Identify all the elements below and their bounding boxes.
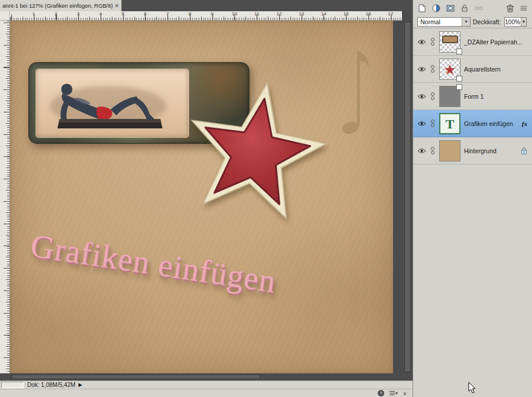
ruler-number: 16 [366,11,371,17]
visibility-eye-icon[interactable] [417,148,426,154]
opacity-value: 100% [505,19,521,25]
visibility-eye-icon[interactable] [417,121,426,127]
ruler-gap [402,11,413,21]
ruler-number: 10 [232,11,237,17]
bottom-bar: ? ▾ ∨ [0,389,413,397]
mouse-cursor [468,382,476,394]
layer-row-dzalter-papierrahmen[interactable]: _DZAlter Papierrah... [413,28,532,56]
ruler-number: 17 [388,11,394,17]
vertical-scrollbar[interactable] [404,22,411,372]
sculpture-photo [36,69,189,137]
document-area: annt-1 bei 127% (Grafiken einfügen, RGB/… [0,0,413,397]
thumbnail-badge-icon [456,49,462,54]
link-icon[interactable] [430,147,436,154]
layers-panel-toolbar [413,0,532,16]
tab-bar: annt-1 bei 127% (Grafiken einfügen, RGB/… [0,0,413,11]
ruler-number: 11 [254,11,259,17]
background-lock-icon [520,147,528,155]
layer-row-grafiken-einfuegen[interactable]: T Grafiken einfügen fx [413,110,532,137]
layer-row-aquarellstern[interactable]: ★ Aquarellstern [413,56,532,83]
link-layers-icon[interactable] [474,4,484,13]
ruler-corner [0,11,10,21]
horizontal-scrollbar[interactable] [0,373,413,380]
ruler-number: 1 [33,11,35,17]
horizontal-ruler: 1234567891011121314151617 [10,11,402,21]
layer-thumbnail[interactable] [439,86,460,107]
layer-thumbnail[interactable] [439,31,460,53]
application-window: annt-1 bei 127% (Grafiken einfügen, RGB/… [0,0,532,397]
canvas[interactable]: Grafiken einfügen [10,21,393,373]
ruler-number: 9 [211,11,213,17]
collapse-chevron-icon[interactable]: ∨ [403,390,407,396]
ruler-major-ticks [4,21,9,373]
panel-options-icon[interactable] [520,4,528,12]
document-view: Grafiken einfügen [0,21,413,373]
layer-thumbnail[interactable]: ★ [439,59,460,80]
ruler-number: 5 [122,11,124,17]
blend-mode-value: Normal [418,18,462,25]
layer-name: Aquarellstern [464,66,528,73]
vertical-ruler [0,21,10,373]
text-layer-thumb-glyph: T [440,117,459,132]
ruler-number: 12 [277,11,282,17]
visibility-eye-icon[interactable] [417,39,426,45]
horizontal-scrollbar-thumb[interactable] [12,375,260,379]
blend-mode-select[interactable]: Normal ▾ [417,17,471,27]
tab-close-icon[interactable]: × [115,2,119,9]
layer-thumbnail[interactable] [439,140,460,162]
taskbar-menu-icon[interactable]: ▾ [390,391,398,396]
music-note-graphic [341,33,374,138]
thumbnail-badge-icon [456,84,462,90]
link-icon[interactable] [430,120,436,127]
layer-name: Hintergrund [464,147,517,154]
document-size-info: Dok: 1,08M/5,42M [27,382,76,388]
opacity-label: Deckkraft: [473,18,501,25]
link-icon[interactable] [430,92,436,100]
lock-icon[interactable] [460,4,469,13]
layers-panel-controls: Normal ▾ Deckkraft: 100% ▾ [413,16,532,28]
layer-thumbnail[interactable]: T [439,113,460,134]
thumbnail-badge-icon [456,76,462,82]
zoom-field[interactable] [1,382,24,388]
canvas-headline-text: Grafiken einfügen [28,227,278,300]
layer-row-form-1[interactable]: Form 1 [413,83,532,110]
opacity-field[interactable]: 100% ▾ [504,17,527,27]
paper-frame-thumb-graphic [442,35,458,43]
ruler-number: 14 [321,11,326,17]
layer-name: Grafiken einfügen [464,120,518,127]
status-bar: Dok: 1,08M/5,42M ▶ [0,380,413,389]
ruler-number: 8 [189,11,191,17]
star-graphic [180,79,329,228]
link-icon[interactable] [430,65,436,73]
layer-name: Form 1 [464,93,528,100]
layers-panel: Normal ▾ Deckkraft: 100% ▾ _DZAlter Papi… [413,0,532,397]
sculpture-graphic [36,69,189,137]
layer-mask-icon[interactable] [446,4,455,13]
chevron-down-icon[interactable]: ▾ [462,18,470,26]
layer-effects-fx-icon[interactable]: fx [522,120,527,127]
new-layer-icon[interactable] [417,4,427,13]
ruler-number: 15 [343,11,349,17]
adjustment-layer-icon[interactable] [432,4,441,13]
visibility-eye-icon[interactable] [417,66,426,72]
link-icon[interactable] [430,38,436,46]
ruler-number: 7 [166,11,168,17]
ruler-number: 3 [77,11,79,17]
status-options-arrow-icon[interactable]: ▶ [79,382,82,388]
layers-list: _DZAlter Papierrah... ★ Aquarellstern [413,28,532,164]
document-tab[interactable]: annt-1 bei 127% (Grafiken einfügen, RGB/… [0,0,122,11]
visibility-eye-icon[interactable] [417,93,426,99]
document-tab-title: annt-1 bei 127% (Grafiken einfügen, RGB/… [2,2,113,9]
ruler-row: 1234567891011121314151617 [0,11,413,21]
layer-name: _DZAlter Papierrah... [464,38,528,46]
help-icon[interactable]: ? [378,390,384,396]
chevron-down-icon[interactable]: ▾ [521,18,526,26]
canvas-gutter [393,21,413,373]
delete-layer-trash-icon[interactable] [505,4,515,13]
layer-row-hintergrund[interactable]: Hintergrund [413,137,532,164]
ruler-number: 6 [144,11,147,17]
ruler-number: 13 [299,11,304,17]
ruler-number: 4 [99,11,102,17]
ruler-number: 2 [55,11,57,17]
